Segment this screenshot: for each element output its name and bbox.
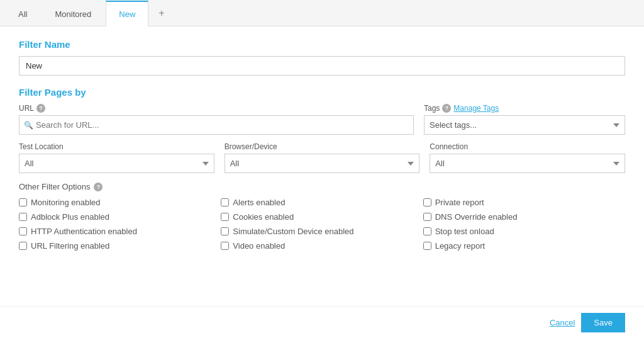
checkbox-simulate-device-input[interactable] <box>221 227 229 235</box>
checkbox-dns-override-input[interactable] <box>423 213 431 221</box>
checkbox-private-report-label: Private report <box>435 198 484 207</box>
checkbox-http-auth-input[interactable] <box>19 227 27 235</box>
url-field-group: URL ? 🔍 <box>19 104 414 135</box>
checkbox-stop-test-onload-input[interactable] <box>423 227 431 235</box>
filter-name-title: Filter Name <box>19 39 625 50</box>
checkbox-legacy-report-input[interactable] <box>423 242 431 250</box>
test-location-label: Test Location <box>19 142 214 151</box>
test-location-select[interactable]: All <box>19 154 214 173</box>
browser-device-select[interactable]: All <box>225 154 420 173</box>
tags-label: Tags ? Manage Tags <box>424 104 625 113</box>
checkbox-dns-override[interactable]: DNS Override enabled <box>423 212 625 222</box>
checkbox-video-enabled[interactable]: Video enabled <box>221 241 423 251</box>
checkbox-alerts-enabled-input[interactable] <box>221 198 229 206</box>
filter-name-input[interactable] <box>19 56 625 76</box>
connection-group: Connection All <box>430 142 625 173</box>
checkbox-monitoring-enabled[interactable]: Monitoring enabled <box>19 198 221 207</box>
filter-pages-title: Filter Pages by <box>19 87 625 98</box>
save-button[interactable]: Save <box>581 313 625 332</box>
tab-new[interactable]: New <box>106 1 148 26</box>
footer-actions: Cancel Save <box>0 306 644 345</box>
checkboxes-grid: Monitoring enabled Alerts enabled Privat… <box>19 198 625 251</box>
checkbox-alerts-enabled[interactable]: Alerts enabled <box>221 198 423 207</box>
tab-bar: All Monitored New + <box>0 0 644 26</box>
checkbox-private-report[interactable]: Private report <box>423 198 625 207</box>
other-filter-help-icon[interactable]: ? <box>94 183 103 191</box>
checkbox-dns-override-label: DNS Override enabled <box>435 212 518 222</box>
checkbox-cookies-enabled-label: Cookies enabled <box>233 212 294 222</box>
checkbox-http-auth-label: HTTP Authentication enabled <box>31 227 137 236</box>
checkbox-legacy-report-label: Legacy report <box>435 241 486 251</box>
tags-help-icon[interactable]: ? <box>442 104 451 113</box>
tab-monitored[interactable]: Monitored <box>42 1 104 26</box>
checkbox-video-enabled-input[interactable] <box>221 242 229 250</box>
checkbox-stop-test-onload-label: Stop test onload <box>435 227 494 236</box>
main-content: Filter Name Filter Pages by URL ? 🔍 <box>0 26 644 306</box>
browser-device-group: Browser/Device All <box>225 142 420 173</box>
checkbox-stop-test-onload[interactable]: Stop test onload <box>423 227 625 236</box>
url-help-icon[interactable]: ? <box>36 104 45 113</box>
checkbox-alerts-enabled-label: Alerts enabled <box>233 198 285 207</box>
connection-select[interactable]: All <box>430 154 625 173</box>
checkbox-simulate-device-label: Simulate/Custom Device enabled <box>233 227 353 236</box>
checkbox-url-filtering[interactable]: URL Filtering enabled <box>19 241 221 251</box>
tab-add-button[interactable]: + <box>150 1 173 25</box>
other-filter-section: Other Filter Options ? Monitoring enable… <box>19 182 625 251</box>
browser-device-label: Browser/Device <box>225 142 420 151</box>
checkbox-cookies-enabled-input[interactable] <box>221 213 229 221</box>
checkbox-adblock-plus[interactable]: Adblock Plus enabled <box>19 212 221 222</box>
checkbox-video-enabled-label: Video enabled <box>233 241 285 251</box>
checkbox-url-filtering-input[interactable] <box>19 242 27 250</box>
checkbox-private-report-input[interactable] <box>423 198 431 206</box>
checkbox-legacy-report[interactable]: Legacy report <box>423 241 625 251</box>
checkbox-monitoring-enabled-label: Monitoring enabled <box>31 198 101 207</box>
main-container: All Monitored New + Filter Name Filter P… <box>0 0 644 345</box>
other-filter-title: Other Filter Options <box>19 182 90 191</box>
checkbox-cookies-enabled[interactable]: Cookies enabled <box>221 212 423 222</box>
checkbox-http-auth[interactable]: HTTP Authentication enabled <box>19 227 221 236</box>
checkbox-simulate-device[interactable]: Simulate/Custom Device enabled <box>221 227 423 236</box>
cancel-button[interactable]: Cancel <box>550 318 575 327</box>
checkbox-monitoring-enabled-input[interactable] <box>19 198 27 206</box>
manage-tags-link[interactable]: Manage Tags <box>453 104 499 113</box>
other-filter-header: Other Filter Options ? <box>19 182 625 191</box>
test-location-group: Test Location All <box>19 142 214 173</box>
checkbox-url-filtering-label: URL Filtering enabled <box>31 241 109 251</box>
checkbox-adblock-plus-label: Adblock Plus enabled <box>31 212 109 222</box>
filter-pages-section: Filter Pages by URL ? 🔍 Tags <box>19 87 625 173</box>
url-search-icon: 🔍 <box>24 121 33 130</box>
connection-label: Connection <box>430 142 625 151</box>
url-search-input[interactable] <box>19 115 414 135</box>
url-search-wrap: 🔍 <box>19 115 414 135</box>
checkbox-adblock-plus-input[interactable] <box>19 213 27 221</box>
url-label: URL ? <box>19 104 414 113</box>
url-tags-row: URL ? 🔍 Tags ? Manage Tags Se <box>19 104 625 135</box>
tags-field-group: Tags ? Manage Tags Select tags... <box>424 104 625 135</box>
tab-all[interactable]: All <box>5 1 40 26</box>
tags-select[interactable]: Select tags... <box>424 115 625 135</box>
dropdowns-row: Test Location All Browser/Device All Con… <box>19 142 625 173</box>
